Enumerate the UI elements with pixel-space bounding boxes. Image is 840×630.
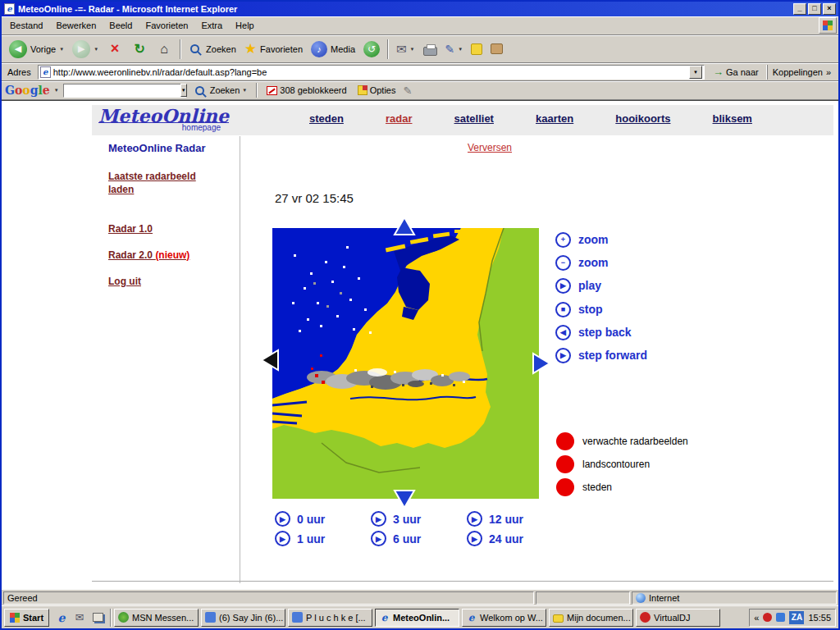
- mail-icon: ✉: [396, 42, 407, 57]
- play-button[interactable]: ▶ play: [555, 276, 601, 295]
- print-button[interactable]: [420, 41, 441, 57]
- step-forward-icon: ▶: [555, 348, 571, 363]
- stop-button[interactable]: ×: [103, 39, 126, 59]
- menu-bestand[interactable]: Bestand: [3, 17, 49, 34]
- menu-bar: Bestand Bewerken Beeld Favorieten Extra …: [2, 16, 838, 35]
- options-button[interactable]: Opties: [354, 84, 399, 96]
- back-label: Vorige: [30, 44, 56, 54]
- step-back-icon: ◀: [555, 325, 571, 340]
- step-back-button[interactable]: ◀ step back: [555, 322, 632, 342]
- nav-satelliet[interactable]: satelliet: [454, 112, 494, 125]
- time-6-uur-button[interactable]: ▶ 6 uur: [371, 531, 467, 546]
- address-input[interactable]: [53, 66, 687, 78]
- menu-extra[interactable]: Extra: [194, 17, 229, 34]
- time-3-uur-button[interactable]: ▶ 3 uur: [371, 511, 467, 527]
- sidebar-link-radar-1[interactable]: Radar 1.0: [108, 222, 219, 235]
- menu-bewerken[interactable]: Bewerken: [49, 17, 103, 34]
- task-msn-messenger[interactable]: MSN Messen...: [114, 609, 199, 627]
- links-label: Koppelingen: [773, 67, 823, 77]
- popup-blocked-button[interactable]: 308 geblokkeerd: [263, 84, 349, 96]
- history-button[interactable]: ↺: [360, 39, 383, 59]
- nav-steden[interactable]: steden: [309, 112, 344, 125]
- tray-app-icon[interactable]: [763, 613, 772, 622]
- menu-beeld[interactable]: Beeld: [103, 17, 139, 34]
- forward-button[interactable]: ▶ ▼: [69, 39, 102, 60]
- taskbar-clock[interactable]: 15:55: [808, 613, 831, 623]
- google-search-dropdown-icon[interactable]: ▼: [180, 84, 187, 97]
- go-button[interactable]: → Ga naar: [708, 66, 764, 78]
- tray-volume-icon[interactable]: [776, 613, 785, 622]
- keyboard-language-indicator[interactable]: ZA: [789, 611, 804, 624]
- address-dropdown-icon[interactable]: ▼: [689, 66, 702, 79]
- google-logo[interactable]: Google: [5, 84, 50, 97]
- google-logo-dropdown-icon[interactable]: ▼: [54, 88, 59, 93]
- task-say-jin-chat[interactable]: (6) Say Jin (6)...: [201, 609, 285, 627]
- chat-window-icon: [292, 612, 303, 623]
- pan-up-arrow[interactable]: [393, 216, 416, 236]
- refresh-page-link[interactable]: Verversen: [387, 142, 592, 153]
- links-bar[interactable]: Koppelingen »: [767, 65, 836, 80]
- time-0-uur-button[interactable]: ▶ 0 uur: [275, 511, 371, 527]
- chat-window-icon: [205, 612, 216, 623]
- time-1-uur-button[interactable]: ▶ 1 uur: [275, 531, 371, 546]
- close-button[interactable]: ×: [823, 3, 836, 15]
- edit-button[interactable]: ✎ ▼: [442, 41, 467, 57]
- zoom-in-button[interactable]: + zoom: [555, 230, 609, 249]
- nav-radar[interactable]: radar: [386, 112, 413, 125]
- discuss-button[interactable]: [487, 42, 506, 56]
- toggle-landscontouren[interactable]: [556, 455, 574, 473]
- messenger-button[interactable]: [468, 42, 486, 57]
- sidebar-link-log-uit[interactable]: Log uit: [108, 275, 219, 288]
- time-24-uur-button[interactable]: ▶ 24 uur: [467, 531, 563, 546]
- play-icon: ▶: [467, 531, 482, 546]
- radar-map-image: [272, 228, 539, 499]
- play-icon: ▶: [371, 531, 386, 546]
- highlighter-pen-icon[interactable]: ✎: [403, 84, 412, 97]
- sidebar-link-radar-2[interactable]: Radar 2.0 (nieuw): [108, 249, 219, 262]
- sidebar-link-laatste-radarbeeld[interactable]: Laatste radarbeeld laden: [108, 170, 219, 196]
- quick-launch-show-desktop-icon[interactable]: [91, 611, 104, 624]
- back-button[interactable]: ◀ Vorige ▼: [6, 39, 67, 60]
- minimize-button[interactable]: _: [793, 3, 806, 15]
- back-dropdown-icon[interactable]: ▼: [59, 47, 64, 52]
- task-mijn-documenten[interactable]: Mijn documen...: [549, 609, 633, 627]
- google-search-input[interactable]: [64, 85, 180, 96]
- start-button[interactable]: Start: [4, 609, 49, 627]
- quick-launch-ie-icon[interactable]: e: [55, 611, 68, 624]
- stop-playback-button[interactable]: ■ stop: [555, 299, 603, 319]
- time-12-uur-button[interactable]: ▶ 12 uur: [467, 511, 563, 527]
- task-virtualdj[interactable]: VirtualDJ: [636, 609, 720, 627]
- home-button[interactable]: ⌂: [153, 40, 176, 58]
- nav-bliksem[interactable]: bliksem: [713, 112, 752, 125]
- pan-left-arrow[interactable]: [259, 348, 281, 372]
- toggle-steden[interactable]: [556, 478, 574, 496]
- media-button[interactable]: ♪ Media: [308, 39, 358, 59]
- maximize-button[interactable]: □: [808, 3, 821, 15]
- pan-down-arrow[interactable]: [393, 489, 416, 509]
- forward-icon: ▶: [72, 40, 90, 58]
- tray-expand-icon[interactable]: «: [754, 613, 759, 623]
- favorites-button[interactable]: ★ Favorieten: [241, 39, 306, 59]
- site-logo[interactable]: MeteoOnline homepage: [98, 106, 229, 132]
- nav-hooikoorts[interactable]: hooikoorts: [615, 112, 670, 125]
- forward-dropdown-icon[interactable]: ▼: [94, 47, 98, 52]
- task-pluchke-chat[interactable]: P l u c h k e [...: [288, 609, 372, 627]
- quick-launch-mail-icon[interactable]: ✉: [73, 611, 86, 624]
- menu-help[interactable]: Help: [229, 17, 261, 34]
- search-button[interactable]: Zoeken: [185, 41, 240, 57]
- refresh-button[interactable]: ↻: [128, 39, 151, 58]
- nav-kaarten[interactable]: kaarten: [536, 112, 573, 125]
- edit-dropdown-icon[interactable]: ▼: [458, 47, 463, 52]
- mail-dropdown-icon[interactable]: ▼: [410, 47, 415, 52]
- step-forward-button[interactable]: ▶ step forward: [555, 345, 647, 365]
- menu-favorieten[interactable]: Favorieten: [139, 17, 194, 34]
- task-welkom[interactable]: e Welkom op W...: [462, 609, 546, 627]
- mail-button[interactable]: ✉ ▼: [393, 40, 418, 58]
- discuss-icon: [491, 43, 503, 54]
- toggle-verwachte-radarbeelden[interactable]: [556, 432, 574, 450]
- zoom-out-button[interactable]: − zoom: [555, 253, 609, 272]
- google-search-button-dropdown-icon[interactable]: ▼: [242, 88, 247, 93]
- google-search-button[interactable]: Zoeken ▼: [190, 84, 251, 98]
- task-meteoonline[interactable]: e MeteoOnlin...: [375, 609, 459, 627]
- pan-right-arrow[interactable]: [531, 351, 552, 376]
